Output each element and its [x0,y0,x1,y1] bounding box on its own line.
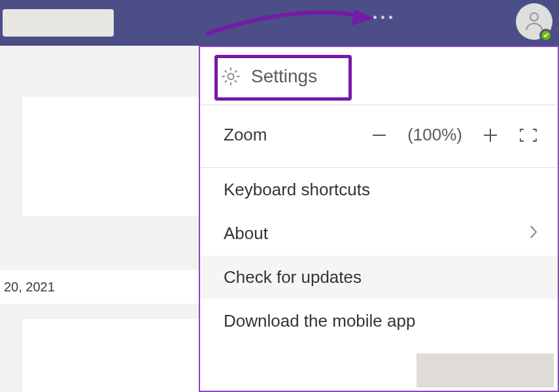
title-bar [0,0,559,46]
settings-label: Settings [251,66,317,87]
gear-icon [220,65,242,88]
zoom-value: (100%) [407,125,462,145]
more-menu: Settings Zoom (100%) Ke [199,46,559,392]
date-row: 20, 2021 [0,270,199,304]
download-mobile-menu-item[interactable]: Download the mobile app [200,299,558,343]
menu-item-label: Download the mobile app [224,311,415,331]
left-column: 20, 2021 [0,46,199,392]
svg-marker-0 [352,9,374,25]
zoom-in-button[interactable] [481,125,500,145]
chevron-right-icon [529,225,538,243]
about-menu-item[interactable]: About [200,212,558,255]
svg-point-2 [228,73,233,79]
zoom-out-button[interactable] [369,125,389,145]
menu-item-label: Check for updates [224,267,362,287]
fullscreen-button[interactable] [518,126,538,144]
more-options-button[interactable] [373,16,392,19]
svg-point-1 [530,13,538,21]
search-input[interactable] [3,9,114,37]
zoom-label: Zoom [224,125,302,145]
check-updates-menu-item[interactable]: Check for updates [200,255,558,299]
menu-item-label: About [224,223,268,244]
content-card [22,319,199,392]
menu-item-label: Keyboard shortcuts [224,180,370,200]
date-label: 20, 2021 [4,280,55,295]
keyboard-shortcuts-menu-item[interactable]: Keyboard shortcuts [200,168,558,212]
presence-available-icon [539,29,552,42]
settings-menu-item[interactable]: Settings [200,47,558,105]
background-panel [416,353,554,387]
annotation-arrow [203,1,379,39]
zoom-row: Zoom (100%) [200,105,558,167]
content-card [22,97,199,216]
